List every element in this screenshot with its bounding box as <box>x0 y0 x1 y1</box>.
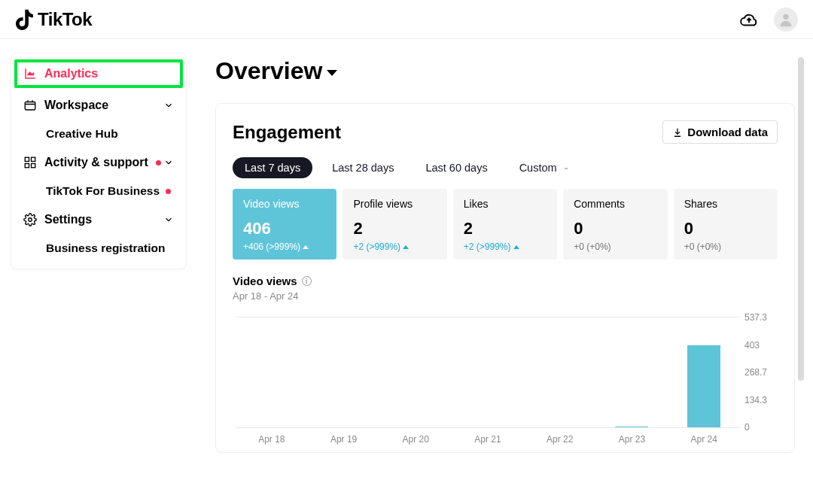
y-axis-label: 537.3 <box>744 312 778 323</box>
sidebar-label: Activity & support <box>44 156 148 169</box>
sidebar-item-activity-support[interactable]: Activity & support <box>11 148 186 177</box>
caret-down-icon <box>327 70 337 76</box>
brand-name: TikTok <box>38 9 92 30</box>
metric-label: Likes <box>464 198 547 210</box>
svg-rect-1 <box>25 102 35 111</box>
workspace-icon <box>23 99 37 112</box>
metric-card-likes[interactable]: Likes2+2 (>999%) <box>453 189 557 260</box>
x-axis-label: Apr 23 <box>596 434 668 445</box>
chart-bar <box>615 427 648 427</box>
arrow-up-icon <box>513 245 519 249</box>
x-axis-label: Apr 24 <box>668 434 740 445</box>
metric-value: 0 <box>684 219 767 238</box>
y-axis-label: 268.7 <box>744 367 778 378</box>
x-axis-label: Apr 19 <box>308 434 380 445</box>
sidebar-label: Business registration <box>46 241 166 255</box>
svg-point-0 <box>783 14 788 19</box>
engagement-panel: Engagement Download data Last 7 days Las… <box>215 103 795 453</box>
metric-change: +2 (>999%) <box>353 241 436 252</box>
arrow-up-icon <box>303 245 309 249</box>
metric-card-shares[interactable]: Shares0+0 (+0%) <box>674 189 778 260</box>
x-axis-label: Apr 20 <box>379 434 452 445</box>
sidebar-label: Analytics <box>44 67 98 80</box>
svg-rect-2 <box>25 157 29 161</box>
cloud-upload-icon[interactable] <box>739 10 759 29</box>
info-icon[interactable]: i <box>302 276 312 286</box>
panel-title: Engagement <box>233 122 341 143</box>
metrics-row: Video views406+406 (>999%)Profile views2… <box>233 189 778 260</box>
metric-value: 2 <box>464 219 547 238</box>
svg-rect-3 <box>32 157 35 161</box>
range-last-28-days[interactable]: Last 28 days <box>320 157 406 178</box>
scrollbar[interactable] <box>798 57 804 489</box>
notification-dot-icon <box>156 160 161 165</box>
x-axis-label: Apr 21 <box>452 434 524 445</box>
y-axis-label: 403 <box>744 340 778 351</box>
chevron-down-icon <box>163 100 174 111</box>
gear-icon <box>23 213 37 226</box>
metric-change: +0 (+0%) <box>574 241 656 252</box>
x-axis-label: Apr 18 <box>236 434 308 445</box>
svg-rect-4 <box>25 164 29 168</box>
chevron-down-icon <box>163 214 174 225</box>
download-label: Download data <box>687 126 768 138</box>
sidebar-item-settings[interactable]: Settings <box>11 205 186 234</box>
page-title: Overview <box>215 57 322 85</box>
sidebar-label: TikTok For Business <box>46 184 160 198</box>
y-axis-label: 0 <box>744 422 778 433</box>
grid-icon <box>23 156 37 169</box>
metric-card-video-views[interactable]: Video views406+406 (>999%) <box>233 189 336 260</box>
metric-card-profile-views[interactable]: Profile views2+2 (>999%) <box>343 189 446 260</box>
metric-label: Comments <box>574 198 656 210</box>
metric-card-comments[interactable]: Comments0+0 (+0%) <box>563 189 667 260</box>
sidebar-item-workspace[interactable]: Workspace <box>11 91 186 120</box>
page-title-dropdown[interactable]: Overview <box>215 57 795 85</box>
y-axis-label: 134.3 <box>744 395 778 405</box>
sidebar-label: Workspace <box>44 99 108 112</box>
download-data-button[interactable]: Download data <box>662 120 778 144</box>
top-header: TikTok <box>0 0 813 39</box>
metric-value: 2 <box>353 219 436 238</box>
sidebar-label: Creative Hub <box>46 127 118 141</box>
chart-title: Video views <box>233 275 297 287</box>
metric-label: Video views <box>243 198 326 210</box>
svg-point-6 <box>29 218 32 222</box>
date-range-selector: Last 7 days Last 28 days Last 60 days Cu… <box>233 157 778 178</box>
header-actions <box>739 8 798 32</box>
brand-logo[interactable]: TikTok <box>15 8 92 31</box>
scrollbar-thumb[interactable] <box>798 57 804 381</box>
chart-date-range: Apr 18 - Apr 24 <box>233 290 778 302</box>
metric-change: +2 (>999%) <box>464 241 547 252</box>
metric-value: 406 <box>243 219 326 238</box>
video-views-chart: 537.3403268.7134.30 Apr 18Apr 19Apr 20Ap… <box>233 317 778 445</box>
metric-label: Shares <box>684 198 767 210</box>
chevron-down-icon <box>163 157 174 168</box>
chevron-down-icon <box>563 165 569 172</box>
sidebar-label: Settings <box>44 213 92 226</box>
sidebar-item-business-registration[interactable]: Business registration <box>11 234 186 263</box>
sidebar-item-analytics[interactable]: Analytics <box>14 59 183 88</box>
metric-change: +0 (+0%) <box>684 241 767 252</box>
chart-area-icon <box>23 67 37 80</box>
range-custom[interactable]: Custom <box>507 157 581 178</box>
x-axis-label: Apr 22 <box>524 434 596 445</box>
arrow-up-icon <box>403 245 409 249</box>
metric-value: 0 <box>574 219 656 238</box>
sidebar-item-tiktok-for-business[interactable]: TikTok For Business <box>11 177 186 205</box>
range-last-7-days[interactable]: Last 7 days <box>233 157 312 178</box>
notification-dot-icon <box>166 189 171 194</box>
download-icon <box>672 127 683 138</box>
metric-label: Profile views <box>353 198 436 210</box>
user-avatar[interactable] <box>774 8 798 32</box>
svg-rect-5 <box>32 164 35 168</box>
user-icon <box>778 11 794 28</box>
range-last-60-days[interactable]: Last 60 days <box>413 157 499 178</box>
metric-change: +406 (>999%) <box>243 241 326 252</box>
sidebar: Analytics Workspace Creative Hub Activit… <box>0 39 197 504</box>
chart-bar <box>687 345 720 428</box>
tiktok-note-icon <box>15 8 35 31</box>
sidebar-item-creative-hub[interactable]: Creative Hub <box>11 120 186 148</box>
